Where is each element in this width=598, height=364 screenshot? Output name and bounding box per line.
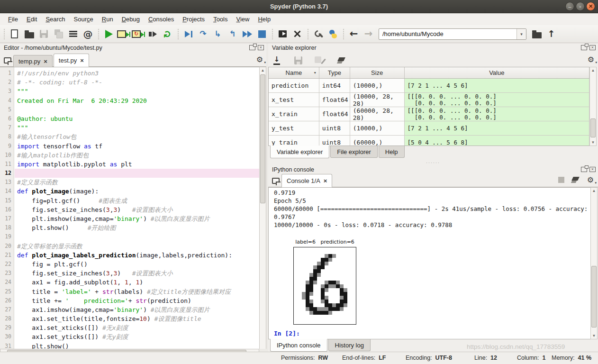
scroll-down-icon[interactable]: ▼ — [590, 139, 596, 146]
table-row[interactable]: y_trainuint8(60000,)[5 0 4 ... 5 6 8] — [269, 136, 589, 146]
import-data-button[interactable]: ↓ — [271, 55, 282, 66]
forward-button[interactable]: → — [361, 27, 376, 41]
console-prompt[interactable]: In [2]: — [274, 330, 590, 337]
combo-dropdown-icon[interactable]: ▾ — [516, 29, 526, 39]
tab-ipython-console[interactable]: IPython console — [270, 339, 327, 352]
menu-run[interactable]: Run — [98, 14, 118, 24]
console-options-button[interactable]: ⚙ — [586, 175, 595, 184]
editor-options-button[interactable]: ⚙ — [254, 54, 265, 65]
save-data-as-button[interactable] — [314, 55, 325, 66]
tab-close-icon[interactable]: × — [324, 178, 327, 184]
menu-tools[interactable]: Tools — [209, 14, 232, 24]
working-directory-combobox[interactable]: /home/ubuntu/Mycode▾ — [379, 28, 526, 40]
debug-step-into-button[interactable]: ↳ — [210, 27, 225, 41]
menu-debug[interactable]: Debug — [118, 14, 144, 24]
run-cell-advance-button[interactable]: ↻ — [131, 27, 145, 41]
save-all-button[interactable] — [51, 27, 66, 41]
close-pane-icon[interactable]: × — [589, 45, 596, 50]
undock-icon[interactable] — [581, 45, 587, 50]
tab-help[interactable]: Help — [379, 146, 405, 158]
maximize-button[interactable]: ▫ — [576, 2, 585, 11]
debug-step-button[interactable]: ↷ — [196, 27, 210, 41]
table-row[interactable]: x_trainfloat64(60000, 28, 28)[[[0. 0. 0.… — [269, 107, 589, 121]
console-tab[interactable]: Console 1/A × — [281, 174, 332, 187]
variable-table-scrollbar[interactable]: ▲ ▼ — [589, 67, 597, 146]
menu-search[interactable]: Search — [41, 14, 69, 24]
close-button[interactable]: ✕ — [586, 2, 595, 11]
figure-title: label=6 prediction=6 — [293, 239, 356, 245]
close-pane-icon[interactable]: × — [589, 167, 596, 172]
tab-history-log[interactable]: History log — [328, 339, 371, 351]
python-path-button[interactable] — [326, 27, 340, 41]
menu-file[interactable]: File — [4, 14, 22, 24]
rerun-script-button[interactable]: ↻ — [160, 27, 175, 41]
remove-variables-button[interactable] — [335, 55, 346, 66]
fullscreen-button[interactable] — [290, 27, 305, 41]
debug-file-button[interactable] — [181, 27, 196, 41]
new-file-button[interactable] — [7, 27, 22, 41]
console-scrollbar[interactable]: ▲ ▼ — [590, 187, 598, 339]
editor-tab-test.py[interactable]: test.py× — [54, 54, 89, 67]
open-file-button[interactable] — [22, 27, 36, 41]
interrupt-kernel-icon[interactable] — [558, 177, 564, 183]
variable-explorer-options-button[interactable]: ⚙ — [585, 54, 597, 65]
parent-directory-button[interactable]: ↑ — [544, 27, 559, 41]
run-cell-advance-icon: ↻ — [132, 30, 141, 38]
scroll-down-icon[interactable]: ▼ — [591, 333, 597, 339]
column-header-size[interactable]: Size — [350, 67, 405, 78]
run-file-button[interactable] — [101, 27, 116, 41]
column-header-value[interactable]: Value — [405, 67, 589, 78]
menu-consoles[interactable]: Consoles — [144, 14, 178, 24]
step-return-icon: ↰ — [229, 30, 236, 38]
table-row[interactable]: y_testuint8(10000,)[7 2 1 ... 4 5 6] — [269, 121, 589, 136]
clear-console-icon[interactable] — [571, 176, 579, 183]
scroll-up-icon[interactable]: ▲ — [260, 67, 266, 73]
window-title: Spyder (Python 3.7) — [270, 3, 328, 10]
code-editor[interactable]: 1234567891011121314151617181920212223242… — [0, 67, 259, 364]
column-header-type[interactable]: Type — [319, 67, 350, 78]
console-output[interactable]: 0.9719Epoch 5/560000/60000 [============… — [268, 187, 590, 339]
menu-edit[interactable]: Edit — [22, 14, 41, 24]
menu-source[interactable]: Source — [70, 14, 98, 24]
tab-variable-explorer[interactable]: Variable explorer — [270, 146, 329, 158]
editor-vertical-scrollbar[interactable]: ▲ ▼ — [259, 67, 266, 364]
table-row[interactable]: predictionint64(10000,)[7 2 1 ... 4 5 6] — [269, 79, 589, 93]
scrollbar-thumb[interactable] — [260, 74, 265, 203]
debug-stop-button[interactable] — [254, 27, 269, 41]
browse-directory-button[interactable] — [529, 27, 544, 41]
maximize-pane-button[interactable] — [275, 27, 290, 41]
undock-icon[interactable] — [249, 45, 255, 50]
symbol-finder-button[interactable]: @ — [81, 27, 95, 41]
preferences-button[interactable] — [311, 27, 326, 41]
variable-table[interactable]: Name▾TypeSizeValue predictionint64(10000… — [268, 67, 589, 146]
table-row[interactable]: x_testfloat64(10000, 28, 28)[[[0. 0. 0. … — [269, 93, 589, 107]
browse-tabs-button[interactable] — [2, 55, 13, 66]
run-cell-button[interactable] — [116, 27, 131, 41]
editor-tab-temp.py[interactable]: temp.py× — [13, 55, 53, 67]
tab-close-icon[interactable]: × — [80, 57, 84, 64]
scroll-up-icon[interactable]: ▲ — [591, 188, 597, 194]
debug-continue-button[interactable] — [240, 27, 254, 41]
menu-projects[interactable]: Projects — [178, 14, 209, 24]
undock-icon[interactable] — [581, 167, 587, 172]
scrollbar-thumb[interactable] — [590, 118, 596, 137]
save-button[interactable] — [36, 27, 51, 41]
save-data-button[interactable] — [292, 55, 304, 66]
spyder-window: Spyder (Python 3.7) – ▫ ✕ FileEditSearch… — [0, 0, 598, 364]
tab-file-explorer[interactable]: File explorer — [330, 146, 378, 158]
minimize-button[interactable]: – — [565, 2, 574, 11]
scroll-up-icon[interactable]: ▲ — [590, 67, 596, 73]
back-button[interactable]: ← — [346, 27, 361, 41]
browse-tabs-button[interactable] — [270, 175, 281, 186]
horizontal-splitter[interactable]: ······ — [268, 160, 598, 165]
line-number: 14 — [0, 187, 14, 196]
column-header-name[interactable]: Name▾ — [269, 67, 319, 78]
menu-help[interactable]: Help — [254, 14, 275, 24]
close-pane-icon[interactable]: × — [258, 45, 264, 50]
debug-step-return-button[interactable]: ↰ — [225, 27, 240, 41]
scrollbar-thumb[interactable] — [591, 266, 597, 328]
run-selection-button[interactable] — [145, 27, 160, 41]
menu-view[interactable]: View — [232, 14, 254, 24]
file-switcher-button[interactable] — [66, 27, 81, 41]
tab-close-icon[interactable]: × — [44, 58, 47, 64]
